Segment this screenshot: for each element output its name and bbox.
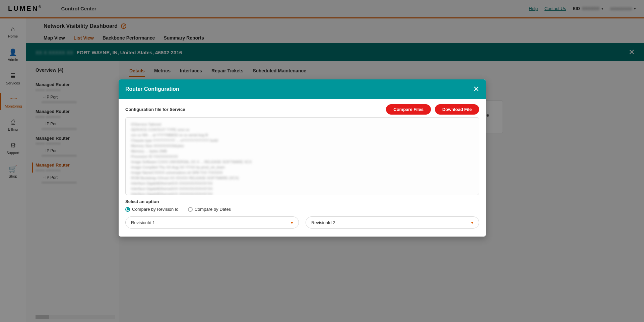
select-option-label: Select an option: [125, 199, 479, 204]
radio-off-icon: [188, 207, 193, 212]
radio-dates[interactable]: Compare by Dates: [188, 207, 231, 212]
revision-2-select[interactable]: RevisionId 2 ▾: [306, 216, 479, 229]
chevron-down-icon: ▾: [291, 220, 293, 225]
modal-header: Router Configuration ✕: [119, 79, 486, 99]
compare-files-button[interactable]: Compare Files: [386, 104, 431, 115]
revision-1-select[interactable]: RevisionId 1 ▾: [125, 216, 299, 229]
radio-revision-id[interactable]: Compare by Revision Id: [125, 207, 179, 212]
router-config-modal: Router Configuration ✕ Configuration fil…: [119, 79, 486, 237]
modal-close-icon[interactable]: ✕: [473, 85, 479, 93]
download-file-button[interactable]: Download File: [435, 104, 479, 115]
modal-title: Router Configuration: [125, 86, 179, 92]
radio-on-icon: [125, 207, 130, 212]
radio-group: Compare by Revision Id Compare by Dates: [125, 207, 479, 212]
config-file-label: Configuration file for Service: [125, 107, 185, 112]
config-content-box[interactable]: IOService Tailored SERVICE CONTEXT TYPE …: [125, 117, 479, 195]
chevron-down-icon: ▾: [471, 220, 473, 225]
